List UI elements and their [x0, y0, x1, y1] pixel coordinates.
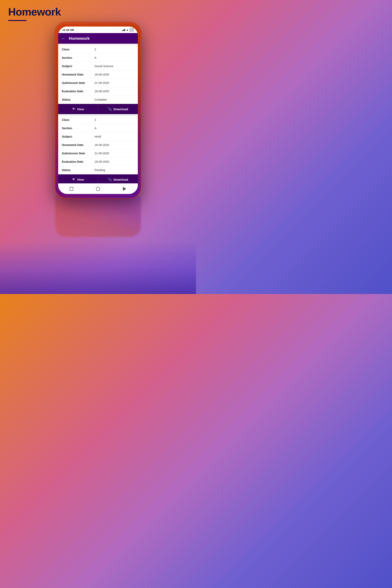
table-row: Submission Date 21-09-2020: [58, 79, 138, 87]
field-label: Class: [62, 118, 94, 122]
field-value: 16-09-2020: [94, 90, 109, 93]
back-button[interactable]: ←: [62, 36, 66, 41]
view-label: View: [77, 108, 84, 111]
field-label: Submission Date: [62, 152, 94, 155]
download-label: Download: [114, 178, 128, 181]
field-label: Section: [62, 126, 94, 130]
nav-square-button[interactable]: [68, 186, 75, 192]
status-bar: 11:16 AM ▲ 22: [58, 26, 138, 33]
wave-overlay: [0, 241, 196, 294]
table-row: Homework Date 16-09-2020: [58, 70, 138, 79]
field-label: Subject: [62, 135, 94, 138]
status-time: 11:16 AM: [62, 28, 74, 32]
download-button-2[interactable]: 📎 Download: [98, 174, 138, 183]
table-row: Status Pending: [58, 166, 138, 174]
square-icon: [70, 187, 73, 191]
field-label: Status: [62, 98, 94, 101]
field-label: Submission Date: [62, 81, 94, 84]
field-value: 21-09-2020: [94, 81, 109, 84]
battery-icon: 22: [130, 28, 134, 32]
table-row: Status Complete: [58, 96, 138, 104]
field-value: Pending: [94, 168, 105, 172]
view-label: View: [77, 178, 84, 181]
field-value: 2: [94, 118, 96, 122]
field-value: Hindi: [94, 135, 101, 138]
field-value: 16-09-2020: [94, 73, 109, 76]
home-icon: [96, 187, 100, 191]
status-icons: ▲ 22: [122, 28, 134, 32]
attachment-icon: 📎: [108, 178, 112, 182]
view-button-1[interactable]: 👁 View: [58, 104, 98, 114]
table-row: Submission Date 21-09-2020: [58, 149, 138, 158]
field-label: Section: [62, 56, 94, 60]
field-label: Subject: [62, 64, 94, 68]
field-value: 21-09-2020: [94, 152, 109, 155]
field-label: Status: [62, 168, 94, 172]
field-label: Class: [62, 48, 94, 51]
table-row: Class 2: [58, 116, 138, 124]
field-value: Social Science: [94, 64, 113, 68]
back-icon: [123, 187, 126, 191]
table-row: Evaluation Date 16-09-2020: [58, 158, 138, 166]
download-label: Download: [114, 108, 128, 111]
signal-icon: [122, 28, 125, 31]
table-row: Subject Social Science: [58, 62, 138, 70]
phone-device: 11:16 AM ▲ 22 ← Homework Class 2: [55, 22, 141, 198]
attachment-icon: 📎: [108, 107, 112, 111]
content-area[interactable]: Class 2 Section A Subject Social Science…: [58, 44, 138, 183]
nav-back-button[interactable]: [121, 186, 128, 192]
phone-reflection: [55, 196, 141, 237]
app-header: ← Homework: [58, 33, 138, 44]
table-row: Class 2: [58, 45, 138, 54]
eye-icon: 👁: [72, 107, 75, 111]
card-actions: 👁 View 📎 Download: [58, 174, 138, 183]
homework-card-1: Class 2 Section A Subject Social Science…: [58, 45, 138, 114]
table-row: Evaluation Date 16-09-2020: [58, 87, 138, 96]
download-button-1[interactable]: 📎 Download: [98, 104, 138, 114]
field-label: Homework Date: [62, 73, 94, 76]
table-row: Subject Hindi: [58, 132, 138, 141]
field-value: 16-09-2020: [94, 160, 109, 163]
field-value: A: [94, 56, 96, 60]
bottom-navigation: [58, 183, 138, 194]
field-label: Homework Date: [62, 143, 94, 146]
view-button-2[interactable]: 👁 View: [58, 174, 98, 183]
field-value: A: [94, 126, 96, 130]
wifi-icon: ▲: [126, 28, 128, 31]
title-underline: [8, 20, 26, 21]
field-value: 16-09-2020: [94, 143, 109, 146]
page-title: Homework: [8, 6, 61, 18]
eye-icon: 👁: [72, 178, 75, 181]
field-label: Evaluation Date: [62, 90, 94, 93]
header-title: Homework: [69, 36, 90, 41]
field-label: Evaluation Date: [62, 160, 94, 163]
homework-card-2: Class 2 Section A Subject Hindi Homework…: [58, 116, 138, 183]
field-value: 2: [94, 48, 96, 51]
table-row: Section A: [58, 54, 138, 62]
card-actions: 👁 View 📎 Download: [58, 104, 138, 114]
phone-screen: 11:16 AM ▲ 22 ← Homework Class 2: [58, 26, 138, 194]
field-value: Complete: [94, 98, 107, 101]
table-row: Homework Date 16-09-2020: [58, 141, 138, 149]
nav-home-button[interactable]: [95, 186, 101, 192]
table-row: Section A: [58, 124, 138, 132]
